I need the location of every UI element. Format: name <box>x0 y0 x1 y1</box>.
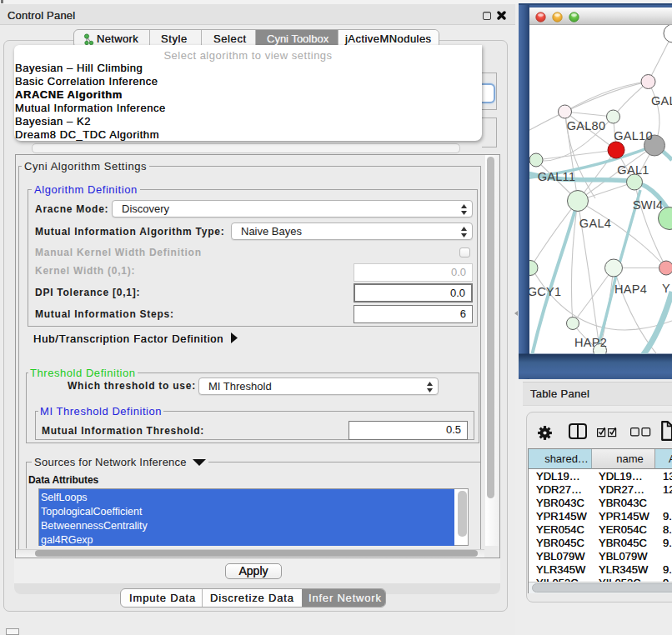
svg-text:HAP4: HAP4 <box>614 282 647 296</box>
svg-text:GAL: GAL <box>651 94 672 108</box>
svg-text:Y: Y <box>662 282 670 295</box>
svg-text:GCY1: GCY1 <box>528 285 562 298</box>
svg-text:SWI4: SWI4 <box>633 198 664 212</box>
svg-text:GAL80: GAL80 <box>567 119 606 132</box>
svg-text:GAL1: GAL1 <box>617 163 649 177</box>
svg-text:GAL11: GAL11 <box>538 170 576 183</box>
svg-text:GAL4: GAL4 <box>579 217 611 230</box>
svg-text:GAL10: GAL10 <box>614 129 653 142</box>
svg-text:HAP2: HAP2 <box>574 336 607 349</box>
